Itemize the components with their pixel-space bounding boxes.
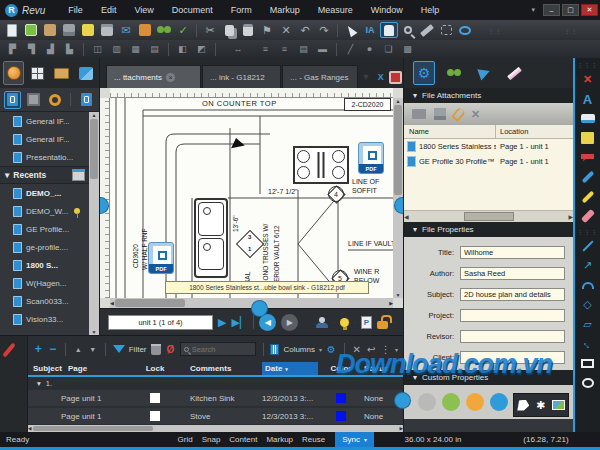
- add-markup-icon[interactable]: +: [33, 342, 44, 357]
- filter-label[interactable]: Filter: [129, 345, 147, 354]
- markup-row[interactable]: Page unit 1 Kitchen Sink 12/3/2013 3:...…: [28, 390, 403, 406]
- save-attachment-icon[interactable]: [434, 108, 446, 120]
- menu-form[interactable]: Form: [222, 0, 261, 20]
- text-tool-icon[interactable]: A: [579, 91, 597, 107]
- delete-attachment-icon[interactable]: ✕: [471, 108, 480, 121]
- callout-tool-icon[interactable]: [579, 150, 597, 166]
- col-page[interactable]: Page: [68, 364, 120, 373]
- attachment-row[interactable]: 1800 Series Stainless st...u... Page 1 -…: [404, 139, 573, 154]
- status-stack-icon[interactable]: ⋮: [380, 342, 391, 357]
- pan-hand-icon[interactable]: [380, 22, 398, 38]
- columns-dropdown-icon[interactable]: ▾: [319, 346, 322, 353]
- arc-tool-icon[interactable]: [579, 277, 597, 293]
- menu-markup[interactable]: Markup: [261, 0, 309, 20]
- pin-icon[interactable]: [74, 208, 80, 214]
- revisor-field[interactable]: [460, 330, 565, 343]
- search-input[interactable]: [192, 345, 252, 354]
- swatch-orange[interactable]: [466, 393, 484, 411]
- page-number-field[interactable]: [108, 315, 213, 330]
- close-button[interactable]: ✕: [581, 4, 598, 16]
- print-icon[interactable]: [98, 22, 116, 38]
- tab-3d[interactable]: [473, 61, 495, 85]
- open-icon[interactable]: [22, 22, 40, 38]
- scrollbar-thumb[interactable]: [394, 105, 402, 195]
- zoom-icon[interactable]: [399, 22, 417, 38]
- list-4-icon[interactable]: ▬: [314, 42, 331, 56]
- maximize-button[interactable]: ▢: [562, 4, 579, 16]
- lightbulb-icon[interactable]: [340, 318, 349, 327]
- menu-help[interactable]: Help: [412, 0, 449, 20]
- close-document-icon[interactable]: X: [373, 69, 388, 85]
- attachment-row[interactable]: GE Profile 30 Profile™ ...s -... Page 1 …: [404, 154, 573, 169]
- cell-color[interactable]: [318, 411, 364, 421]
- tab-attachments[interactable]: ... ttachments ×: [106, 65, 201, 88]
- dimension-tool-icon[interactable]: ↔: [575, 331, 599, 355]
- menu-measure[interactable]: Measure: [309, 0, 362, 20]
- toggle-content[interactable]: Content: [229, 435, 257, 444]
- list-item[interactable]: 1800 S...: [0, 256, 89, 274]
- columns-icon[interactable]: [270, 344, 279, 355]
- markup-row[interactable]: Page unit 1 Stove 12/3/2013 3:... None: [28, 408, 403, 424]
- toggle-grid[interactable]: Grid: [178, 435, 193, 444]
- list-item[interactable]: ge-profile....: [0, 238, 89, 256]
- list-item[interactable]: W(Hagen...: [0, 274, 89, 292]
- layers-icon[interactable]: ❏: [380, 42, 397, 56]
- tab-measure[interactable]: [503, 61, 525, 85]
- cell-lock[interactable]: [120, 393, 190, 403]
- panel-handle[interactable]: [395, 393, 410, 408]
- col-status[interactable]: Status: [364, 364, 403, 373]
- tab-thumbnails[interactable]: [27, 61, 48, 85]
- cut-icon[interactable]: ✂: [201, 22, 219, 38]
- profile-icon[interactable]: [316, 317, 328, 328]
- undo-icon[interactable]: ↶: [296, 22, 314, 38]
- project-field[interactable]: [460, 309, 565, 322]
- scroll-left-icon[interactable]: ◀: [110, 300, 114, 306]
- filter-icon[interactable]: [113, 345, 125, 353]
- list-item[interactable]: Vision33...: [0, 310, 89, 328]
- paperclip-icon[interactable]: [451, 106, 466, 122]
- arrow-tool-icon[interactable]: ↗: [579, 258, 597, 274]
- next-view-icon[interactable]: ▶: [281, 314, 298, 331]
- swatch-blue[interactable]: [490, 393, 508, 411]
- folder-icon[interactable]: [41, 22, 59, 38]
- line-tool-icon[interactable]: ╱: [342, 42, 359, 56]
- next-page-icon[interactable]: ▶: [218, 316, 226, 329]
- menu-document[interactable]: Document: [163, 0, 222, 20]
- markups-group-row[interactable]: ▾ 1.: [28, 377, 403, 390]
- select-text-icon[interactable]: IA: [361, 22, 379, 38]
- note-tool-icon[interactable]: [579, 130, 597, 146]
- markup-pen-icon[interactable]: [2, 343, 15, 358]
- search-binoculars-icon[interactable]: [155, 22, 173, 38]
- select-cursor-icon[interactable]: [342, 22, 360, 38]
- bottom-panel-handle[interactable]: [252, 301, 267, 316]
- copy-icon[interactable]: [220, 22, 238, 38]
- redo-icon[interactable]: ↷: [315, 22, 333, 38]
- reply-icon[interactable]: ↩: [366, 342, 377, 357]
- polygon-tool-icon[interactable]: ◇: [579, 297, 597, 313]
- center-v-icon[interactable]: ▥: [108, 42, 125, 56]
- tab-search[interactable]: [443, 61, 465, 85]
- paste-icon[interactable]: [239, 22, 257, 38]
- scroll-left-icon[interactable]: ◀: [28, 426, 31, 431]
- flag-icon[interactable]: ⚑: [258, 22, 276, 38]
- pen-tool-icon[interactable]: [579, 169, 597, 185]
- custom-properties-header[interactable]: ▾ Custom Properties: [404, 370, 573, 385]
- spellcheck-icon[interactable]: ✓: [174, 22, 192, 38]
- toggle-markup[interactable]: Markup: [266, 435, 293, 444]
- col-lock[interactable]: Lock: [120, 364, 190, 373]
- attachments-hscrollbar[interactable]: ◀▶: [404, 210, 573, 222]
- scrollbar-thumb[interactable]: [464, 212, 514, 221]
- snapshot-icon[interactable]: [437, 22, 455, 38]
- color-swatch[interactable]: [336, 393, 346, 403]
- delete-icon[interactable]: ✕: [277, 22, 295, 38]
- title-field[interactable]: [460, 246, 565, 259]
- client-field[interactable]: [460, 351, 565, 364]
- cell-lock[interactable]: [120, 411, 190, 421]
- measure-icon[interactable]: [418, 22, 436, 38]
- list-item[interactable]: GE Profile...: [0, 220, 89, 238]
- align-right-icon[interactable]: ▟: [42, 42, 59, 56]
- properties-doc-icon[interactable]: P: [361, 316, 372, 329]
- list-item[interactable]: DEMO_W...: [0, 202, 89, 220]
- menu-edit[interactable]: Edit: [92, 0, 126, 20]
- list-item[interactable]: Scan0033...: [0, 292, 89, 310]
